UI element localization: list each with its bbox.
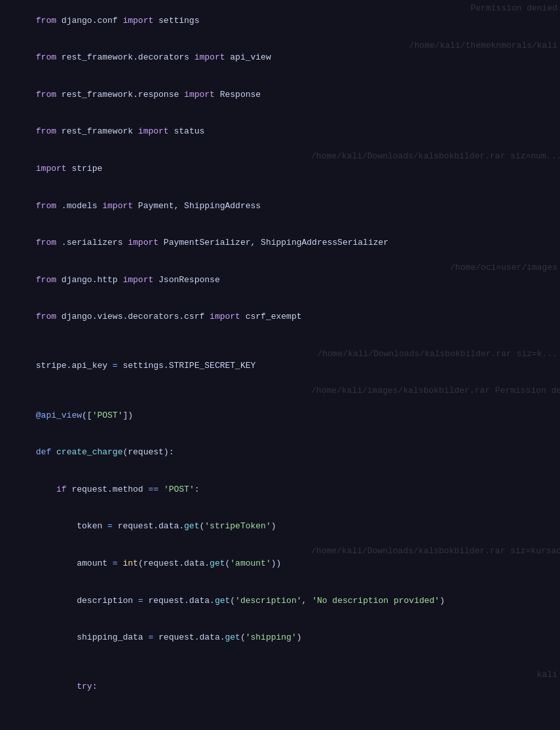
code-line: @api_view(['POST']) xyxy=(0,397,560,435)
code-line: from rest_framework.response import Resp… xyxy=(0,77,560,114)
code-line: token = request.data.get('stripeToken') xyxy=(0,509,560,546)
code-line: def create_charge(request): xyxy=(0,435,560,472)
code-line: charge = stripe.Charge.create( xyxy=(0,718,560,730)
code-line: shipping_data = request.data.get('shippi… xyxy=(0,619,560,657)
code-line xyxy=(0,706,560,718)
code-line xyxy=(0,657,560,669)
code-line: description = request.data.get('descript… xyxy=(0,583,560,620)
code-editor: from django.conf import settings Permiss… xyxy=(0,0,560,730)
code-line: if request.method == 'POST': xyxy=(0,471,560,509)
code-line: import stripe /home/kali/Downloads/kalsb… xyxy=(0,151,560,188)
code-line xyxy=(0,336,560,348)
code-line: from rest_framework import status xyxy=(0,114,560,151)
code-line: amount = int(request.data.get('amount'))… xyxy=(0,545,560,583)
code-line: /home/kali/images/kalsbokbilder.rar Perm… xyxy=(0,385,560,397)
code-line: from django.views.decorators.csrf import… xyxy=(0,299,560,336)
code-line: from django.http import JsonResponse /ho… xyxy=(0,262,560,299)
code-line: from .serializers import PaymentSerializ… xyxy=(0,225,560,262)
code-line: from .models import Payment, ShippingAdd… xyxy=(0,188,560,225)
code-line: stripe.api_key = settings.STRIPE_SECRET_… xyxy=(0,348,560,386)
code-line: from django.conf import settings Permiss… xyxy=(0,3,560,40)
code-line: from rest_framework.decorators import ap… xyxy=(0,40,560,77)
code-line: try: kali xyxy=(0,669,560,706)
